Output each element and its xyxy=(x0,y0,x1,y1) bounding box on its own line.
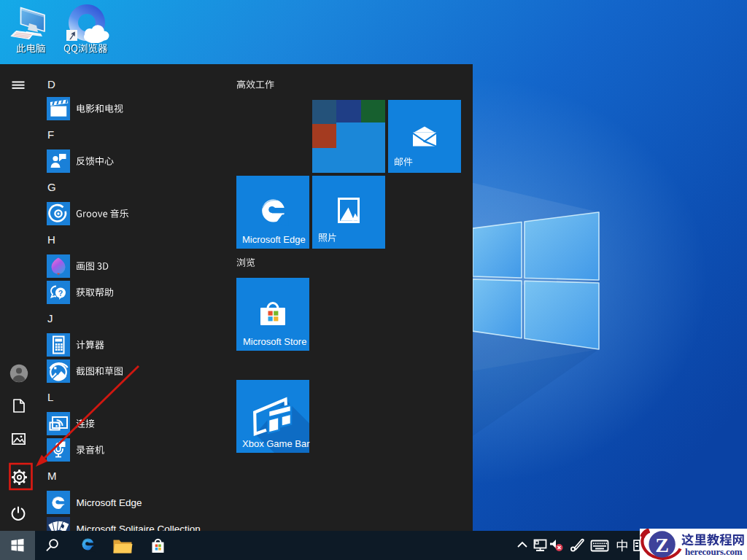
svg-text:Z: Z xyxy=(655,534,669,556)
svg-text:?: ? xyxy=(58,289,63,298)
